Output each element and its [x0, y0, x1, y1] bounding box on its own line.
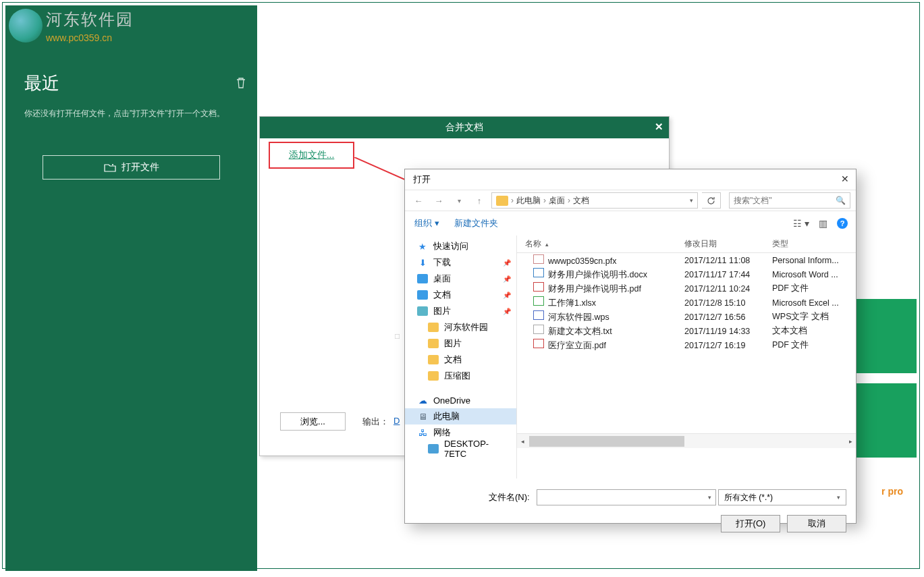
filename-dropdown-icon[interactable]: ▾	[708, 494, 711, 501]
file-type-icon	[533, 268, 544, 277]
pin-icon: 📌	[503, 308, 511, 315]
cloud-icon: ☁	[417, 395, 428, 405]
col-name-header[interactable]: 名称▴	[517, 238, 684, 250]
search-icon[interactable]: 🔍	[836, 196, 846, 205]
nav-up-icon[interactable]: ↑	[471, 192, 487, 209]
tree-item-label: 河东软件园	[444, 321, 488, 333]
address-bar[interactable]: › 此电脑 › 桌面 › 文档 ▾	[491, 192, 698, 209]
file-row[interactable]: 财务用户操作说明书.pdf2017/12/11 10:24PDF 文件	[517, 281, 856, 296]
filename-input[interactable]	[537, 489, 716, 505]
file-type: WPS文字 文档	[772, 311, 856, 323]
file-type: PDF 文件	[772, 339, 856, 351]
help-icon[interactable]: ?	[837, 218, 848, 229]
file-dialog-body: ★快速访问⬇下载📌桌面📌文档📌图片📌河东软件园图片文档压缩图☁OneDrive🖥…	[405, 236, 856, 478]
folder-icon	[428, 371, 439, 381]
filter-dropdown-icon: ▾	[837, 494, 840, 501]
preview-pane-icon[interactable]: ▥	[819, 218, 827, 229]
file-name: wwwpc0359cn.pfx	[548, 256, 616, 266]
filename-label: 文件名(N):	[489, 491, 530, 503]
pc-icon: 🖥	[417, 412, 428, 421]
folder-icon	[496, 196, 508, 206]
tree-item-label: OneDrive	[433, 395, 470, 406]
sidebar: 河东软件园 www.pc0359.cn 最近 你还没有打开任何文件，点击"打开文…	[5, 5, 257, 571]
tree-item[interactable]: 河东软件园	[405, 319, 516, 335]
tree-item[interactable]: 文档	[405, 352, 516, 368]
doc-icon	[417, 290, 428, 300]
search-box[interactable]: 🔍	[729, 192, 850, 209]
tree-item[interactable]: 图片📌	[405, 303, 516, 319]
add-files-link[interactable]: 添加文件...	[289, 149, 335, 161]
tree-item[interactable]: ★快速访问	[405, 238, 516, 254]
tree-item-label: 网络	[433, 427, 451, 439]
watermark-url: www.pc0359.cn	[46, 32, 112, 43]
merge-close-icon[interactable]: ✕	[655, 121, 663, 133]
file-row[interactable]: wwwpc0359cn.pfx2017/12/11 11:08Personal …	[517, 253, 856, 267]
open-file-button[interactable]: 打开文件	[43, 155, 220, 180]
file-list-header: 名称▴ 修改日期 类型	[517, 236, 856, 253]
file-type-icon	[533, 310, 544, 320]
tree-item[interactable]: 压缩图	[405, 368, 516, 384]
new-folder-button[interactable]: 新建文件夹	[454, 217, 498, 229]
file-row[interactable]: 新建文本文档.txt2017/11/19 14:33文本文档	[517, 324, 856, 338]
col-type-header[interactable]: 类型	[772, 238, 856, 250]
nav-recent-icon[interactable]: ▾	[451, 192, 467, 209]
cancel-button[interactable]: 取消	[787, 515, 846, 532]
mon-icon	[428, 444, 439, 454]
tree-item[interactable]: 🖥此电脑	[405, 408, 516, 424]
refresh-icon[interactable]	[702, 192, 721, 209]
file-type: Microsoft Word ...	[772, 270, 856, 279]
tree-item[interactable]: 文档📌	[405, 287, 516, 303]
folder-icon	[428, 355, 439, 364]
file-row[interactable]: 财务用户操作说明书.docx2017/11/17 17:44Microsoft …	[517, 267, 856, 281]
browse-button[interactable]: 浏览...	[280, 412, 346, 431]
tree-item-label: 快速访问	[433, 240, 468, 252]
merge-dialog-title: 合并文档	[445, 121, 483, 134]
nav-back-icon[interactable]: ←	[410, 192, 427, 209]
scroll-right-icon[interactable]: ▸	[845, 436, 856, 447]
tree-item[interactable]: ☁OneDrive	[405, 392, 516, 408]
browse-button-label: 浏览...	[300, 416, 325, 428]
breadcrumb-item[interactable]: 文档	[573, 195, 589, 207]
filter-label: 所有文件 (*.*)	[724, 492, 773, 503]
app-window: — □ ✕ 河东软件园 www.pc0359.cn 最近 你还没有打开任何文件，…	[2, 2, 920, 569]
breadcrumb-item[interactable]: 桌面	[549, 195, 565, 207]
file-date: 2017/11/19 14:33	[684, 327, 772, 336]
watermark-logo: 河东软件园 www.pc0359.cn	[5, 5, 134, 53]
file-row[interactable]: 医疗室立面.pdf2017/12/7 16:19PDF 文件	[517, 338, 856, 352]
pin-icon: 📌	[503, 259, 511, 267]
file-row[interactable]: 工作簿1.xlsx2017/12/8 15:10Microsoft Excel …	[517, 296, 856, 310]
tree-item[interactable]: DESKTOP-7ETC	[405, 441, 516, 457]
file-open-dialog: 打开 ✕ ← → ▾ ↑ › 此电脑 › 桌面 › 文档 ▾	[404, 169, 857, 524]
breadcrumb-item[interactable]: 此电脑	[516, 195, 541, 207]
file-dialog-close-icon[interactable]: ✕	[841, 173, 849, 184]
scroll-left-icon[interactable]: ◂	[517, 436, 528, 447]
tree-item[interactable]: ⬇下载📌	[405, 254, 516, 271]
output-path-link[interactable]: D	[393, 416, 400, 426]
nav-forward-icon[interactable]: →	[431, 192, 447, 209]
scrollbar-thumb[interactable]	[529, 436, 684, 447]
file-type: Personal Inform...	[772, 256, 856, 265]
tree-item[interactable]: 图片	[405, 335, 516, 352]
file-type-filter[interactable]: 所有文件 (*.*) ▾	[718, 489, 846, 505]
tree-item[interactable]: 桌面📌	[405, 271, 516, 287]
file-date: 2017/11/17 17:44	[684, 270, 772, 279]
file-dialog-toolbar: 组织 ▾ 新建文件夹 ☷ ▾ ▥ ?	[405, 211, 856, 236]
trash-icon[interactable]	[235, 76, 247, 90]
watermark-icon	[9, 9, 43, 43]
search-input[interactable]	[734, 196, 836, 205]
view-mode-icon[interactable]: ☷ ▾	[793, 218, 809, 229]
file-row[interactable]: 河东软件园.wps2017/12/7 16:56WPS文字 文档	[517, 310, 856, 324]
open-button[interactable]: 打开(O)	[721, 515, 780, 532]
tree-item-label: 此电脑	[433, 410, 460, 422]
file-name: 工作簿1.xlsx	[548, 298, 596, 308]
folder-tree[interactable]: ★快速访问⬇下载📌桌面📌文档📌图片📌河东软件园图片文档压缩图☁OneDrive🖥…	[405, 236, 517, 478]
organize-menu[interactable]: 组织 ▾	[414, 217, 439, 229]
col-date-header[interactable]: 修改日期	[684, 238, 772, 250]
file-type-icon	[533, 325, 544, 334]
open-file-icon	[104, 163, 116, 172]
pin-icon: 📌	[503, 292, 511, 299]
file-type: 文本文档	[772, 325, 856, 337]
address-dropdown-icon[interactable]: ▾	[690, 197, 693, 204]
horizontal-scrollbar[interactable]: ◂ ▸	[517, 433, 856, 448]
file-type: Microsoft Excel ...	[772, 298, 856, 308]
